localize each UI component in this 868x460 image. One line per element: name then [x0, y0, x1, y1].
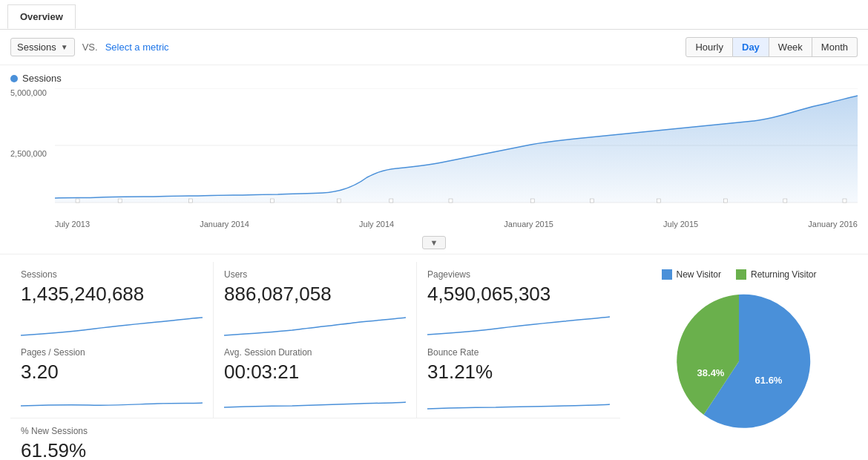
x-label-1: January 2014 [200, 220, 249, 229]
sparkline-pages-session [21, 388, 203, 410]
pie-returning-pct-text: 38.4% [697, 367, 725, 378]
stat-cell-sessions: Sessions 1,435,240,688 [10, 262, 214, 340]
sparkline-avg-duration [224, 388, 406, 410]
time-btn-day[interactable]: Day [733, 37, 769, 57]
chart-legend: Sessions [10, 73, 858, 84]
svg-rect-11 [590, 199, 594, 203]
x-label-4: July 2015 [663, 220, 698, 229]
stat-label-pages-session: Pages / Session [21, 347, 203, 358]
stat-value-pageviews: 4,590,065,303 [427, 283, 610, 306]
legend-returning-visitor: Returning Visitor [736, 269, 817, 280]
main-chart-svg [55, 88, 858, 203]
svg-rect-14 [783, 199, 787, 203]
legend-returning-visitor-box [736, 269, 746, 280]
chart-container: 5,000,000 2,500,000 [10, 88, 858, 218]
toolbar: Sessions ▼ VS. Select a metric Hourly Da… [0, 30, 868, 65]
x-label-3: January 2015 [504, 220, 553, 229]
time-btn-week[interactable]: Week [769, 37, 812, 57]
svg-rect-3 [76, 199, 79, 203]
metric-label: Sessions [17, 42, 56, 53]
dropdown-arrow-icon: ▼ [61, 43, 68, 51]
collapse-chart-button[interactable]: ▼ [422, 236, 447, 249]
vs-label: VS. [82, 42, 98, 53]
sparkline-users [224, 310, 406, 332]
chart-svg-wrapper [55, 88, 858, 218]
stat-value-bounce-rate: 31.21% [427, 361, 610, 384]
svg-rect-8 [389, 199, 393, 203]
select-metric-link[interactable]: Select a metric [105, 42, 169, 53]
stat-value-pages-session: 3.20 [21, 361, 203, 384]
stats-grid: Sessions 1,435,240,688 Users 886,087,058 [10, 262, 620, 418]
stats-right: New Visitor Returning Visitor 38.4% 61.6… [620, 262, 858, 460]
stats-left: Sessions 1,435,240,688 Users 886,087,058 [10, 262, 620, 460]
sparkline-pageviews [427, 310, 610, 332]
stats-section: Sessions 1,435,240,688 Users 886,087,058 [0, 254, 868, 460]
pie-chart-svg: 38.4% 61.6% [665, 287, 813, 436]
stat-cell-bounce-rate: Bounce Rate 31.21% [417, 340, 620, 418]
x-label-2: July 2014 [359, 220, 394, 229]
legend-new-visitor: New Visitor [662, 269, 721, 280]
svg-rect-10 [530, 199, 534, 203]
svg-rect-9 [449, 199, 453, 203]
time-btn-month[interactable]: Month [812, 37, 858, 57]
svg-rect-7 [338, 199, 341, 203]
chart-area-fill [55, 96, 858, 203]
pie-legend: New Visitor Returning Visitor [662, 269, 817, 280]
stat-label-bounce-rate: Bounce Rate [427, 347, 610, 358]
svg-rect-12 [657, 199, 661, 203]
time-btn-hourly[interactable]: Hourly [685, 37, 733, 57]
y-axis-top: 5,000,000 [10, 88, 47, 97]
stat-label-new-sessions: % New Sessions [21, 426, 610, 436]
chart-area: Sessions 5,000,000 2,500,000 [0, 65, 868, 254]
stat-value-sessions: 1,435,240,688 [21, 283, 203, 306]
sparkline-bounce-rate [427, 388, 610, 410]
stat-value-avg-duration: 00:03:21 [224, 361, 406, 384]
tab-overview[interactable]: Overview [7, 4, 76, 29]
stat-value-users: 886,087,058 [224, 283, 406, 306]
x-label-5: January 2016 [808, 220, 858, 229]
stat-label-sessions: Sessions [21, 269, 203, 280]
stat-label-avg-duration: Avg. Session Duration [224, 347, 406, 358]
pie-new-pct-text: 61.6% [755, 375, 783, 386]
sessions-legend-dot [10, 75, 18, 82]
stat-cell-pages-session: Pages / Session 3.20 [10, 340, 214, 418]
tab-bar: Overview [0, 0, 868, 30]
svg-rect-4 [118, 199, 122, 203]
stat-cell-pageviews: Pageviews 4,590,065,303 [417, 262, 620, 340]
stat-value-new-sessions: 61.59% [21, 439, 610, 460]
stat-cell-users: Users 886,087,058 [214, 262, 417, 340]
x-label-0: July 2013 [55, 220, 90, 229]
svg-rect-6 [271, 199, 274, 203]
y-axis-mid: 2,500,000 [10, 149, 47, 158]
metric-dropdown[interactable]: Sessions ▼ [10, 38, 75, 56]
sparkline-sessions [21, 310, 203, 332]
time-button-group: Hourly Day Week Month [685, 37, 858, 57]
stat-label-pageviews: Pageviews [427, 269, 610, 280]
collapse-button-wrapper: ▼ [10, 236, 858, 249]
svg-rect-5 [188, 199, 192, 203]
legend-new-visitor-box [662, 269, 672, 280]
stat-cell-avg-duration: Avg. Session Duration 00:03:21 [214, 340, 417, 418]
pie-wrapper: 38.4% 61.6% [665, 287, 813, 436]
legend-new-visitor-label: New Visitor [677, 269, 721, 280]
stat-label-users: Users [224, 269, 406, 280]
sessions-legend-label: Sessions [22, 73, 62, 84]
legend-returning-visitor-label: Returning Visitor [751, 269, 817, 280]
sessions-extra: % New Sessions 61.59% [10, 418, 620, 460]
svg-rect-15 [843, 199, 846, 203]
svg-rect-13 [724, 199, 728, 203]
x-axis: July 2013 January 2014 July 2014 January… [55, 220, 858, 234]
